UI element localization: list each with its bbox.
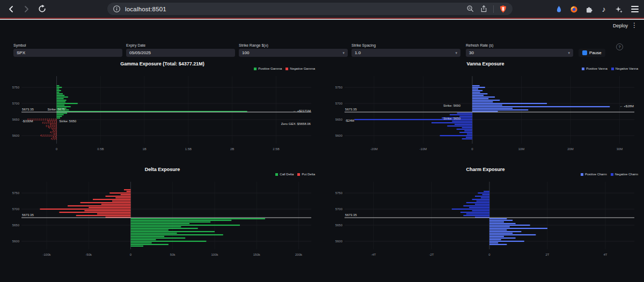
legend-swatch bbox=[297, 173, 300, 176]
svg-text:← +$2171M: ← +$2171M bbox=[293, 109, 311, 113]
app-menu-icon[interactable]: ⋮ bbox=[631, 21, 638, 29]
legend-item[interactable]: Call Delta bbox=[275, 173, 294, 176]
svg-text:100k: 100k bbox=[211, 253, 218, 256]
chart-plot[interactable]: 575057005650560000.5B1B1.5B2B2.5B5673.35… bbox=[5, 72, 317, 160]
chart-title: Vanna Exposure bbox=[328, 61, 642, 66]
svg-text:50k: 50k bbox=[170, 253, 176, 256]
svg-text:4T: 4T bbox=[603, 253, 607, 256]
legend-item[interactable]: Positive Charm bbox=[581, 173, 607, 176]
chart-plot[interactable]: 5750570056505600-4T-2T02T4T5673.35 bbox=[328, 177, 640, 265]
url-text[interactable]: localhost:8501 bbox=[125, 6, 166, 12]
extension-icon-blue[interactable] bbox=[553, 3, 565, 15]
svg-text:5600: 5600 bbox=[335, 134, 343, 137]
svg-text:-20M: -20M bbox=[370, 147, 378, 151]
zoom-out-icon[interactable] bbox=[466, 5, 474, 13]
field-label: Strike Range $(±) bbox=[239, 43, 268, 47]
svg-text:-10M: -10M bbox=[420, 147, 427, 151]
streamlit-app: Deploy ⋮ Symbol SPX Expiry Date 05/05/20… bbox=[0, 20, 644, 282]
svg-text:-$330M: -$330M bbox=[22, 120, 33, 123]
legend-item[interactable]: Positive Vanna bbox=[582, 67, 608, 70]
field-label: Expiry Date bbox=[126, 43, 145, 47]
svg-text:150k: 150k bbox=[253, 253, 261, 256]
chevron-down-icon: ▾ bbox=[568, 51, 570, 55]
svg-text:1.5B: 1.5B bbox=[185, 147, 192, 151]
address-bar[interactable]: localhost:8501 bbox=[107, 3, 513, 15]
chart-legend: Call DeltaPut Delta bbox=[275, 173, 315, 176]
svg-text:5673.35: 5673.35 bbox=[345, 108, 357, 111]
strike-range-select[interactable]: 100▾ bbox=[239, 49, 348, 57]
chart-title: Charm Exposure bbox=[328, 167, 642, 172]
field-label: Strike Spacing bbox=[352, 43, 376, 47]
svg-text:5750: 5750 bbox=[12, 191, 20, 195]
svg-text:5700: 5700 bbox=[335, 102, 343, 105]
legend-item[interactable]: Positive Gamma bbox=[254, 67, 282, 70]
svg-text:2T: 2T bbox=[545, 253, 549, 256]
legend-item[interactable]: Negative Vanna bbox=[611, 67, 638, 70]
svg-text:← +$28M: ← +$28M bbox=[620, 105, 634, 108]
svg-text:5600: 5600 bbox=[335, 240, 343, 243]
pause-checkbox[interactable]: Pause bbox=[579, 49, 605, 57]
svg-text:0.5B: 0.5B bbox=[97, 147, 104, 151]
chart-legend: Positive CharmNegative Charm bbox=[581, 173, 638, 176]
forward-button[interactable] bbox=[19, 2, 33, 16]
svg-text:2B: 2B bbox=[230, 147, 234, 151]
charm-exposure-chart: Charm Exposure Positive CharmNegative Ch… bbox=[328, 166, 642, 270]
svg-text:30M: 30M bbox=[617, 147, 623, 151]
svg-text:5600: 5600 bbox=[12, 240, 20, 243]
svg-text:5650: 5650 bbox=[335, 118, 343, 121]
music-note-icon[interactable]: ♪ bbox=[598, 3, 610, 15]
legend-item[interactable]: Negative Charm bbox=[611, 173, 638, 176]
checkbox-checked-icon bbox=[582, 50, 587, 55]
legend-swatch bbox=[275, 173, 278, 176]
legend-swatch bbox=[254, 68, 257, 70]
svg-text:0: 0 bbox=[488, 253, 491, 256]
svg-text:5673.35: 5673.35 bbox=[22, 213, 34, 217]
svg-text:0: 0 bbox=[130, 253, 132, 256]
chart-legend: Positive GammaNegative Gamma bbox=[254, 67, 315, 70]
legend-swatch bbox=[581, 173, 583, 176]
menu-hamburger-icon[interactable] bbox=[629, 3, 641, 15]
legend-item[interactable]: Negative Gamma bbox=[286, 67, 315, 70]
browser-toolbar: localhost:8501 ♪ bbox=[0, 0, 644, 18]
svg-text:5600: 5600 bbox=[12, 134, 20, 137]
expiry-date-input[interactable]: 05/05/2025 bbox=[126, 49, 235, 57]
symbol-input[interactable]: SPX bbox=[13, 49, 122, 57]
svg-text:10M: 10M bbox=[518, 147, 525, 151]
svg-text:Strike: 5650: Strike: 5650 bbox=[59, 120, 77, 123]
svg-text:5750: 5750 bbox=[335, 86, 343, 89]
svg-text:5700: 5700 bbox=[12, 102, 20, 105]
deploy-button[interactable]: Deploy bbox=[613, 23, 628, 28]
chevron-down-icon: ▾ bbox=[342, 51, 345, 55]
share-icon[interactable] bbox=[480, 5, 488, 13]
svg-text:5650: 5650 bbox=[12, 118, 20, 121]
reload-button[interactable] bbox=[35, 2, 49, 16]
address-bar-divider bbox=[493, 5, 494, 13]
strike-spacing-select[interactable]: 1.0▾ bbox=[352, 49, 460, 57]
extension-icon-orange[interactable] bbox=[568, 3, 580, 15]
ai-sparkle-icon[interactable] bbox=[613, 3, 625, 15]
site-info-icon[interactable] bbox=[113, 5, 121, 13]
pause-label: Pause bbox=[589, 50, 602, 55]
refresh-rate-select[interactable]: 30▾ bbox=[466, 49, 573, 57]
svg-text:20M: 20M bbox=[567, 147, 574, 151]
svg-text:Zero GEX: $5658.06: Zero GEX: $5658.06 bbox=[281, 122, 311, 125]
field-label: Symbol bbox=[13, 43, 26, 47]
svg-text:-100k: -100k bbox=[42, 253, 51, 256]
extensions-puzzle-icon[interactable] bbox=[583, 3, 595, 15]
svg-text:200k: 200k bbox=[295, 253, 303, 256]
legend-item[interactable]: Put Delta bbox=[297, 173, 315, 176]
svg-text:-2T: -2T bbox=[429, 253, 434, 256]
vanna-exposure-chart: Vanna Exposure Positive VannaNegative Va… bbox=[328, 60, 642, 165]
svg-text:5673.35: 5673.35 bbox=[22, 108, 34, 111]
help-icon[interactable]: ? bbox=[616, 43, 623, 50]
brave-shield-icon[interactable] bbox=[499, 5, 507, 13]
svg-text:5650: 5650 bbox=[12, 224, 20, 227]
svg-text:1B: 1B bbox=[142, 147, 146, 151]
svg-text:5700: 5700 bbox=[12, 207, 20, 211]
back-button[interactable] bbox=[4, 2, 18, 16]
chart-title: Gamma Exposure (Total: $4377.21M) bbox=[5, 61, 319, 66]
chart-plot[interactable]: 5750570056505600-20M-10M010M20M30MStrike… bbox=[328, 72, 640, 160]
chart-plot[interactable]: 5750570056505600-100k-50k050k100k150k200… bbox=[5, 177, 317, 265]
svg-text:Strike: 5650: Strike: 5650 bbox=[443, 117, 461, 120]
gamma-exposure-chart: Gamma Exposure (Total: $4377.21M) Positi… bbox=[5, 60, 319, 165]
